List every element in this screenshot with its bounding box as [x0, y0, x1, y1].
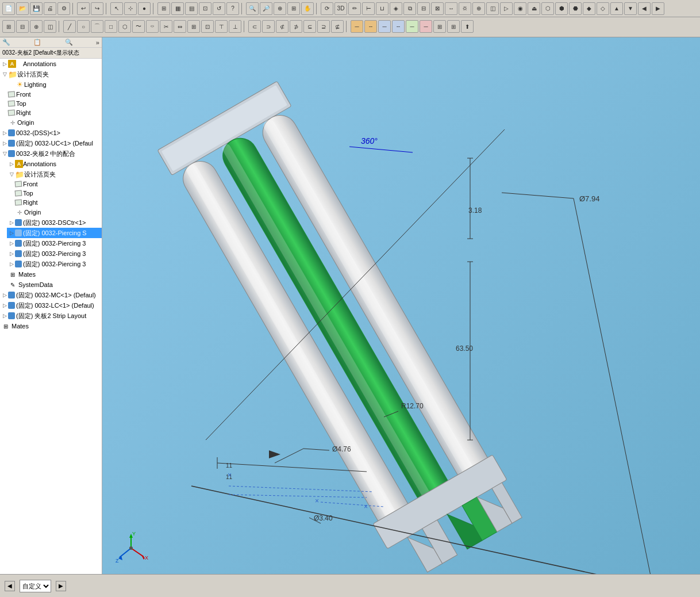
view3-button[interactable]: ▤: [185, 2, 198, 15]
smart-fastener[interactable]: ⛭: [459, 2, 471, 15]
sidebar-item-piercing2[interactable]: ▷ (固定) 0032-Piercing 3: [7, 238, 102, 248]
snap-button[interactable]: ⊞: [2, 20, 15, 33]
dim-style8[interactable]: ⊞: [447, 20, 460, 33]
sketch-tool2[interactable]: ⊃: [262, 20, 275, 33]
dim-style7[interactable]: ⊞: [433, 20, 446, 33]
sidebar-expand[interactable]: »: [96, 39, 99, 46]
fillet-button[interactable]: ⌔: [146, 20, 159, 33]
sidebar-item-lighting[interactable]: ☀ Lighting: [7, 79, 102, 90]
zoom-area-button[interactable]: ⊞: [287, 2, 300, 15]
sidebar-item-front2[interactable]: Front: [14, 179, 102, 189]
zoom-in-button[interactable]: 🔍: [246, 2, 259, 15]
rect-button[interactable]: □: [105, 20, 117, 33]
explode-button[interactable]: ⊕: [472, 2, 485, 15]
sidebar-item-lc1[interactable]: ▷ (固定) 0032-LC<1> (Defaul): [0, 300, 102, 311]
sidebar-icon2[interactable]: 📋: [33, 39, 41, 46]
dim-style6[interactable]: ─: [420, 20, 432, 33]
viewport[interactable]: 360° Ø7.94 3.18 63.50 R12.70 Ø4.76 Ø3.40: [102, 37, 700, 574]
help-button[interactable]: ?: [226, 2, 239, 15]
move-component[interactable]: ↔: [445, 2, 457, 15]
sidebar-item-front1[interactable]: Front: [7, 90, 102, 99]
sidebar-item-piercing1[interactable]: ▷ (固定) 0032-Piercing S: [7, 228, 102, 238]
extra-button[interactable]: ⚙: [57, 2, 70, 15]
convert-button[interactable]: ⊤: [215, 20, 228, 33]
sketch-tool4[interactable]: ⊅: [290, 20, 302, 33]
dim-style1[interactable]: ─: [351, 20, 363, 33]
sidebar-item-annotations[interactable]: ▷ A Annotations: [0, 59, 102, 69]
dimension-button[interactable]: ⊢: [362, 2, 375, 15]
sketch-button[interactable]: ✏: [348, 2, 361, 15]
tools3d-8[interactable]: ◀: [638, 2, 651, 15]
sidebar-item-strip-layout[interactable]: ▷ (固定) 夹板2 Strip Layout: [0, 311, 102, 321]
sidebar-item-design-folder2[interactable]: ▽ 📁 设计活页夹: [7, 169, 102, 179]
select2-button[interactable]: ⊹: [124, 2, 137, 15]
sidebar-item-matching[interactable]: ▽ 0032-夹板2 中的配合: [0, 148, 102, 159]
sidebar-item-uc1[interactable]: ▷ (固定) 0032-UC<1> (Defaul: [0, 138, 102, 148]
mirror2-button[interactable]: ⊞: [187, 20, 200, 33]
trim-button[interactable]: ✂: [160, 20, 172, 33]
sidebar-item-annotations2[interactable]: ▷ A Annotations: [7, 159, 102, 169]
dim-export[interactable]: ⬆: [461, 20, 474, 33]
tools3d-6[interactable]: ▲: [610, 2, 623, 15]
sketch-tool3[interactable]: ⊄: [276, 20, 289, 33]
dim-style3[interactable]: ─: [378, 20, 391, 33]
mirror-button[interactable]: ⊟: [417, 2, 430, 15]
sidebar-item-mates1[interactable]: ⊞ Mates: [7, 269, 102, 280]
view-mode-select[interactable]: 自定义标准: [20, 580, 51, 592]
sidebar-item-piercing3[interactable]: ▷ (固定) 0032-Piercing 3: [7, 248, 102, 259]
sidebar-item-dsctr1[interactable]: ▷ (固定) 0032-DSCtr<1>: [7, 217, 102, 228]
sidebar-item-right2[interactable]: Right: [14, 198, 102, 207]
sketch-tool1[interactable]: ⊂: [248, 20, 261, 33]
sidebar-item-top2[interactable]: Top: [14, 189, 102, 198]
tools3d-1[interactable]: ⬡: [541, 2, 554, 15]
refresh-button[interactable]: ⟳: [321, 2, 333, 15]
grid-button[interactable]: ⊟: [16, 20, 29, 33]
offset-button[interactable]: ⊡: [201, 20, 214, 33]
sidebar-item-top1[interactable]: Top: [7, 99, 102, 108]
polygon-button[interactable]: ⬡: [118, 20, 131, 33]
sketch-tool5[interactable]: ⊆: [303, 20, 316, 33]
feature-button[interactable]: ◈: [390, 2, 402, 15]
view4-button[interactable]: ⊡: [199, 2, 211, 15]
view-grid-button[interactable]: ⊞: [157, 2, 170, 15]
rotate-button[interactable]: ↺: [213, 2, 225, 15]
3d-button[interactable]: 3D: [334, 2, 347, 15]
scroll-left-button[interactable]: ◀: [5, 581, 15, 591]
save-button[interactable]: 💾: [30, 2, 43, 15]
simulation-button[interactable]: ▷: [500, 2, 513, 15]
print-button[interactable]: 🖨: [44, 2, 56, 15]
sidebar-item-mc1[interactable]: ▷ (固定) 0032-MC<1> (Defaul): [0, 290, 102, 300]
mate-button[interactable]: ⊔: [376, 2, 389, 15]
eject-button[interactable]: ⏏: [528, 2, 540, 15]
sidebar-item-sysdata[interactable]: ✎ SystemData: [7, 280, 102, 290]
open-button[interactable]: 📂: [16, 2, 29, 15]
sidebar-item-origin1[interactable]: ✛ Origin: [7, 117, 102, 128]
sketch-tool7[interactable]: ⊈: [331, 20, 344, 33]
spline-button[interactable]: 〜: [132, 20, 145, 33]
pan-button[interactable]: ✋: [301, 2, 314, 15]
sidebar-item-design-folder1[interactable]: ▽ 📁 设计活页夹: [0, 69, 102, 79]
tools3d-5[interactable]: ◇: [597, 2, 609, 15]
sidebar-item-origin2[interactable]: ✛ Origin: [14, 207, 102, 217]
sidebar-item-right1[interactable]: Right: [7, 108, 102, 117]
tools3d-9[interactable]: ▶: [652, 2, 664, 15]
dim-style4[interactable]: ╌: [392, 20, 405, 33]
axis-button[interactable]: ⊕: [30, 20, 43, 33]
tools3d-4[interactable]: ◆: [583, 2, 595, 15]
sidebar-icon3[interactable]: 🔍: [65, 39, 73, 46]
status-dropdown[interactable]: 自定义标准: [20, 580, 51, 592]
undo-button[interactable]: ↩: [77, 2, 90, 15]
section-button[interactable]: ◫: [486, 2, 499, 15]
assemble-button[interactable]: ⧉: [403, 2, 416, 15]
tools3d-7[interactable]: ▼: [624, 2, 637, 15]
sidebar-icon1[interactable]: 🔧: [2, 39, 10, 46]
pattern-button[interactable]: ⊠: [431, 2, 444, 15]
sketch-tool6[interactable]: ⊇: [317, 20, 330, 33]
point-button[interactable]: ●: [138, 2, 151, 15]
zoom-out-button[interactable]: 🔎: [260, 2, 272, 15]
scroll-right-button[interactable]: ▶: [56, 581, 66, 591]
intersect-button[interactable]: ⊥: [229, 20, 241, 33]
sidebar-item-dss1[interactable]: ▷ 0032-(DSS)<1>: [0, 128, 102, 138]
tools3d-3[interactable]: ⬣: [569, 2, 582, 15]
plane-button[interactable]: ◫: [44, 20, 56, 33]
